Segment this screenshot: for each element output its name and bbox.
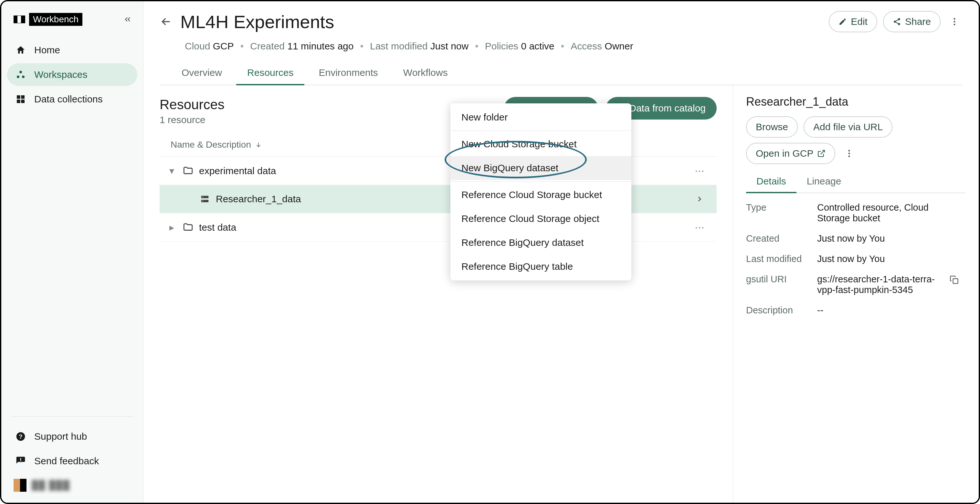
resources-pane: Resources 1 resource New resource Data f… xyxy=(143,85,733,503)
meta-value: Just now xyxy=(430,41,469,51)
kv-value: Just now by You xyxy=(817,233,947,244)
button-label: Data from catalog xyxy=(629,103,706,114)
details-pane: Researcher_1_data Browse Add file via UR… xyxy=(733,85,979,503)
sidebar-item-data-collections[interactable]: Data collections xyxy=(7,88,137,110)
button-label: Share xyxy=(905,16,931,27)
sidebar-item-support[interactable]: ? Support hub xyxy=(7,425,137,448)
caret-down-icon[interactable]: ▾ xyxy=(169,165,177,176)
tab-overview[interactable]: Overview xyxy=(170,61,233,85)
menu-item-new-bigquery-dataset[interactable]: New BigQuery dataset xyxy=(450,156,632,180)
row-label: experimental data xyxy=(199,165,276,176)
resources-heading: Resources xyxy=(160,97,224,113)
svg-rect-4 xyxy=(21,95,25,99)
meta-value: 11 minutes ago xyxy=(287,41,353,51)
new-resource-menu: New folder New Cloud Storage bucket New … xyxy=(450,103,632,280)
browse-button[interactable]: Browse xyxy=(746,116,798,138)
meta-label: Policies xyxy=(485,41,518,51)
tab-resources[interactable]: Resources xyxy=(236,61,304,85)
sidebar-item-label: Support hub xyxy=(34,431,87,442)
home-icon xyxy=(15,45,27,55)
svg-point-19 xyxy=(848,150,850,151)
button-label: Add file via URL xyxy=(813,121,883,132)
user-name: ██ ███ xyxy=(32,480,70,490)
details-more-button[interactable] xyxy=(841,145,857,162)
menu-item-new-folder[interactable]: New folder xyxy=(450,105,632,129)
row-more-icon[interactable]: ⋯ xyxy=(692,165,707,176)
svg-rect-15 xyxy=(201,196,209,199)
svg-point-9 xyxy=(898,18,900,21)
menu-item-ref-bigquery-dataset[interactable]: Reference BigQuery dataset xyxy=(450,231,632,254)
svg-rect-5 xyxy=(17,100,21,103)
menu-item-ref-cloud-storage-bucket[interactable]: Reference Cloud Storage bucket xyxy=(450,183,632,207)
kv-key: Type xyxy=(746,202,814,224)
kv-key: Description xyxy=(746,305,814,316)
divider xyxy=(450,130,632,131)
svg-point-13 xyxy=(954,21,955,22)
back-button[interactable] xyxy=(160,15,173,28)
meta-label: Access xyxy=(571,41,602,51)
open-in-gcp-button[interactable]: Open in GCP xyxy=(746,143,835,164)
share-button[interactable]: Share xyxy=(883,11,940,32)
sidebar-item-label: Workspaces xyxy=(34,69,88,80)
details-tab-details[interactable]: Details xyxy=(746,170,797,193)
chevron-right-icon xyxy=(695,195,707,203)
caret-right-icon[interactable]: ▸ xyxy=(169,222,177,233)
tab-environments[interactable]: Environments xyxy=(308,61,389,85)
folder-icon xyxy=(181,165,194,176)
brand-icon xyxy=(14,16,25,23)
divider xyxy=(11,417,134,417)
svg-rect-16 xyxy=(201,200,209,203)
sidebar-item-workspaces[interactable]: Workspaces xyxy=(7,63,137,86)
svg-point-14 xyxy=(954,24,955,25)
sidebar-item-label: Home xyxy=(34,45,60,56)
workspaces-icon xyxy=(15,70,27,80)
row-label: test data xyxy=(199,222,236,233)
menu-item-new-cloud-storage-bucket[interactable]: New Cloud Storage bucket xyxy=(450,132,632,156)
sidebar-item-feedback[interactable]: Send feedback xyxy=(7,450,137,472)
tab-workflows[interactable]: Workflows xyxy=(392,61,459,85)
menu-item-ref-bigquery-table[interactable]: Reference BigQuery table xyxy=(450,254,632,278)
folder-icon xyxy=(181,222,194,233)
svg-point-12 xyxy=(954,18,955,20)
sidebar-item-home[interactable]: Home xyxy=(7,39,137,61)
add-file-via-url-button[interactable]: Add file via URL xyxy=(803,116,892,138)
button-label: Browse xyxy=(756,121,788,132)
meta-label: Cloud xyxy=(185,41,210,51)
svg-point-21 xyxy=(848,156,850,157)
resources-count: 1 resource xyxy=(160,114,224,126)
main: ML4H Experiments Edit Share Clo xyxy=(143,1,979,503)
divider xyxy=(450,181,632,181)
column-header-name[interactable]: Name & Description xyxy=(160,126,717,156)
menu-item-ref-cloud-storage-object[interactable]: Reference Cloud Storage object xyxy=(450,207,632,231)
svg-point-10 xyxy=(894,21,896,23)
user-account[interactable]: ██ ███ xyxy=(7,474,137,496)
row-more-icon[interactable]: ⋯ xyxy=(692,222,707,233)
pencil-icon xyxy=(838,17,847,26)
open-external-icon xyxy=(817,149,826,157)
more-actions-button[interactable] xyxy=(947,14,963,30)
details-title: Researcher_1_data xyxy=(746,95,966,108)
edit-button[interactable]: Edit xyxy=(829,11,877,32)
svg-rect-3 xyxy=(17,95,21,99)
page-title: ML4H Experiments xyxy=(180,11,821,32)
svg-point-18 xyxy=(203,200,204,202)
row-label: Researcher_1_data xyxy=(216,194,301,205)
meta-value: 0 active xyxy=(521,41,554,51)
tree-row-folder-experimental[interactable]: ▾ experimental data ⋯ xyxy=(160,157,717,185)
sidebar-item-label: Data collections xyxy=(34,94,103,105)
svg-rect-6 xyxy=(21,100,25,103)
button-label: Edit xyxy=(851,16,867,27)
details-tab-lineage[interactable]: Lineage xyxy=(797,170,852,192)
tree-row-folder-test[interactable]: ▸ test data ⋯ xyxy=(160,213,717,242)
brand-row: Workbench xyxy=(7,10,137,39)
meta-value: GCP xyxy=(213,41,234,51)
svg-point-2 xyxy=(22,76,25,78)
copy-button[interactable] xyxy=(950,274,966,284)
meta-label: Last modified xyxy=(370,41,428,51)
sort-down-icon xyxy=(255,141,262,148)
button-label: Open in GCP xyxy=(756,148,813,159)
tree-row-resource-researcher1[interactable]: Researcher_1_data xyxy=(160,185,717,213)
share-icon xyxy=(893,17,901,26)
feedback-icon xyxy=(15,456,27,466)
collapse-sidebar-icon[interactable] xyxy=(123,15,132,24)
